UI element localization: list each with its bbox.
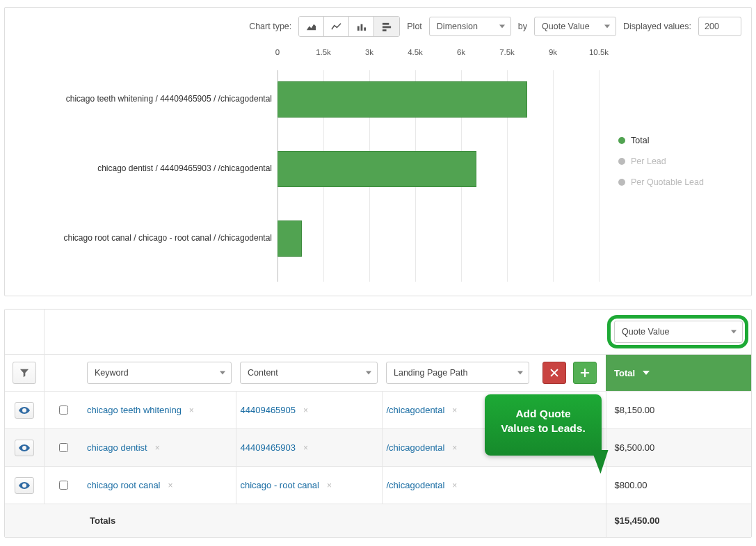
- row-checkbox[interactable]: [59, 443, 68, 452]
- remove-filter-icon[interactable]: ×: [189, 406, 194, 415]
- plus-icon: [580, 368, 590, 378]
- row-total: $8,150.00: [606, 392, 751, 429]
- axis-tick: 9k: [549, 48, 557, 56]
- displayed-values-label: Displayed values:: [623, 22, 691, 31]
- table-controls-row: Quote Value: [5, 310, 751, 355]
- landing-value: /chicagodental: [387, 442, 445, 453]
- chart-legend: Total Per Lead Per Quotable Lead: [618, 136, 704, 198]
- table-row: chicago root canal× chicago - root canal…: [5, 467, 751, 504]
- landing-column-select[interactable]: Landing Page Path: [386, 362, 529, 384]
- chart-bar[interactable]: [278, 81, 527, 118]
- remove-filter-icon[interactable]: ×: [168, 481, 173, 490]
- remove-filter-icon[interactable]: ×: [452, 406, 457, 415]
- data-table: Quote Value Keyword: [5, 310, 751, 537]
- keyword-filter-pill[interactable]: chicago root canal×: [87, 480, 173, 490]
- by-select[interactable]: Quote Value: [534, 17, 616, 36]
- caret-down-icon: [366, 371, 371, 375]
- axis-tick: 3k: [365, 48, 373, 56]
- row-total: $6,500.00: [606, 429, 751, 467]
- legend-item-per-quotable-lead[interactable]: Per Quotable Lead: [618, 177, 704, 187]
- remove-filter-icon[interactable]: ×: [452, 443, 457, 453]
- chart-row: chicago dentist / 44409465903 / /chicago…: [27, 150, 599, 188]
- content-filter-pill[interactable]: 44409465903×: [241, 442, 309, 453]
- landing-column-label: Landing Page Path: [394, 368, 467, 378]
- add-column-button[interactable]: [573, 362, 597, 384]
- table-header-row: Keyword Content Landing Page Path: [5, 355, 751, 392]
- svg-rect-5: [383, 29, 387, 31]
- remove-filter-icon[interactable]: ×: [303, 406, 308, 415]
- displayed-values-input[interactable]: [698, 17, 741, 36]
- chart-category-label: chicago root canal / chicago - root cana…: [27, 233, 278, 244]
- content-filter-pill[interactable]: 44409465905×: [241, 405, 309, 415]
- svg-rect-4: [383, 26, 391, 28]
- content-value: chicago - root canal: [241, 480, 319, 490]
- axis-tick: 0: [275, 48, 280, 56]
- chart-type-area-button[interactable]: [299, 17, 324, 36]
- chart-bar[interactable]: [278, 220, 302, 257]
- chart-panel: Chart type: Plot Dimension by Quote Valu…: [4, 7, 752, 296]
- plot-select[interactable]: Dimension: [429, 17, 511, 36]
- chart-type-column-button[interactable]: [349, 17, 374, 36]
- callout-line: Add Quote: [493, 407, 593, 421]
- table-row: chicago dentist× 44409465903× /chicagode…: [5, 429, 751, 467]
- keyword-value: chicago dentist: [87, 442, 147, 453]
- chart-type-label: Chart type:: [249, 22, 291, 31]
- keyword-value: chicago root canal: [87, 480, 161, 490]
- caret-down-icon: [604, 25, 610, 29]
- chart-area: 0 1.5k 3k 4.5k 6k 7.5k 9k 10.5k chicago …: [27, 52, 599, 282]
- legend-item-total[interactable]: Total: [618, 136, 704, 145]
- eye-icon: [19, 442, 30, 453]
- callout-line: Values to Leads.: [493, 421, 593, 436]
- landing-filter-pill[interactable]: /chicagodental×: [387, 405, 458, 415]
- remove-filter-icon[interactable]: ×: [303, 443, 308, 453]
- keyword-filter-pill[interactable]: chicago dentist×: [87, 442, 160, 453]
- legend-item-per-lead[interactable]: Per Lead: [618, 156, 704, 166]
- content-filter-pill[interactable]: chicago - root canal×: [241, 480, 332, 490]
- remove-filter-icon[interactable]: ×: [452, 481, 457, 490]
- axis-tick: 10.5k: [589, 48, 609, 56]
- callout-bubble: Add Quote Values to Leads.: [485, 394, 602, 456]
- row-visibility-toggle[interactable]: [15, 402, 34, 419]
- chart-category-label: chicago dentist / 44409465903 / /chicago…: [27, 163, 278, 175]
- chart-type-line-button[interactable]: [324, 17, 349, 36]
- row-checkbox[interactable]: [59, 406, 68, 415]
- total-header-label: Total: [614, 368, 635, 378]
- plot-label: Plot: [407, 22, 422, 31]
- remove-filter-icon[interactable]: ×: [327, 481, 332, 490]
- axis-tick: 4.5k: [408, 48, 423, 56]
- table-row: chicago teeth whitening× 44409465905× /c…: [5, 392, 751, 429]
- legend-swatch: [618, 137, 625, 144]
- value-column-select-value: Quote Value: [622, 327, 670, 337]
- remove-column-button[interactable]: [542, 362, 566, 384]
- row-checkbox[interactable]: [59, 481, 68, 490]
- caret-down-icon: [220, 371, 225, 375]
- landing-filter-pill[interactable]: /chicagodental×: [387, 442, 458, 453]
- landing-filter-pill[interactable]: /chicagodental×: [387, 480, 458, 490]
- line-chart-icon: [331, 22, 341, 32]
- row-visibility-toggle[interactable]: [15, 440, 34, 456]
- keyword-value: chicago teeth whitening: [87, 405, 182, 415]
- chart-type-bar-button[interactable]: [374, 17, 399, 36]
- totals-value: $15,450.00: [606, 504, 751, 538]
- axis-tick: 7.5k: [499, 48, 515, 56]
- total-column-header[interactable]: Total: [606, 355, 751, 392]
- totals-label: Totals: [83, 504, 606, 538]
- legend-swatch: [618, 158, 625, 165]
- chart-row: chicago root canal / chicago - root cana…: [27, 219, 599, 258]
- keyword-filter-pill[interactable]: chicago teeth whitening×: [87, 405, 194, 415]
- keyword-column-select[interactable]: Keyword: [87, 362, 232, 384]
- remove-filter-icon[interactable]: ×: [155, 443, 160, 453]
- value-column-select[interactable]: Quote Value: [614, 321, 743, 343]
- eye-icon: [19, 405, 30, 416]
- axis-tick: 1.5k: [316, 48, 331, 56]
- row-visibility-toggle[interactable]: [15, 477, 34, 494]
- svg-rect-3: [383, 22, 389, 24]
- filter-button[interactable]: [13, 362, 36, 384]
- svg-rect-1: [361, 24, 363, 30]
- legend-swatch: [618, 179, 625, 186]
- table-panel: Quote Value Keyword: [4, 309, 752, 538]
- plot-select-value: Dimension: [437, 22, 478, 31]
- content-column-select[interactable]: Content: [240, 362, 378, 384]
- chart-bar[interactable]: [278, 151, 476, 187]
- quote-value-highlight-wrap: Quote Value: [610, 316, 747, 347]
